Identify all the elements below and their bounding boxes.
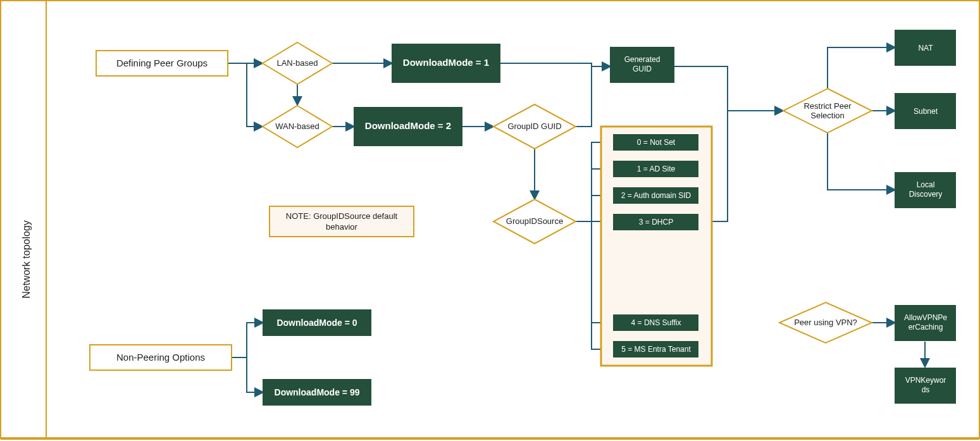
label-groupid-guid: GroupID GUID [507,121,561,131]
label-note-1: NOTE: GroupIDSource default [286,211,398,221]
conn-bus-restrict [707,111,783,221]
conn-dm1-bus [500,63,592,66]
label-dm99: DownloadMode = 99 [275,387,360,397]
conn-groupid-generated [576,66,611,127]
label-subnet: Subnet [914,107,938,116]
label-groupidsource: GroupIDSource [506,216,563,226]
label-opt2: 2 = Auth domain SID [621,191,692,200]
conn-nonpeer-dm99 [247,357,263,392]
label-note-2: behavior [326,222,358,232]
label-restrict-1: Restrict Peer [803,101,852,111]
label-non-peering: Non-Peering Options [116,352,205,363]
label-opt4: 4 = DNS Suffix [631,318,681,327]
label-defining-peer-groups: Defining Peer Groups [116,58,208,68]
conn-nonpeer-dm0 [232,323,263,357]
label-wan-based: WAN-based [275,121,319,131]
label-opt5: 5 = MS Entra Tenant [621,345,691,354]
label-dm1: DownloadMode = 1 [403,57,489,68]
label-peer-vpn: Peer using VPN? [794,318,857,327]
diagram-canvas: Network topology [0,0,980,441]
label-opt1: 1 = AD Site [637,165,676,173]
conn-generated-bus [674,66,728,111]
label-dm0: DownloadMode = 0 [276,318,357,328]
label-allow-vpn-2: erCaching [909,323,943,332]
label-nat: NAT [918,44,933,53]
label-dm2: DownloadMode = 2 [365,120,451,131]
label-opt0: 0 = Not Set [637,138,676,147]
conn-restrict-nat [828,47,895,89]
label-generated-guid-1: Generated [624,55,661,64]
label-opt3: 3 = DHCP [639,218,673,227]
label-lan-based: LAN-based [276,58,318,68]
label-generated-guid-2: GUID [633,65,652,73]
label-local-1: Local [917,180,935,189]
label-local-2: Discovery [909,190,943,199]
conn-defining-wan [247,63,263,127]
label-vpn-kw-2: ds [922,385,930,394]
side-title: Network topology [21,220,32,299]
conn-restrict-local [828,133,895,190]
label-vpn-kw-1: VPNKeywor [905,376,946,385]
label-restrict-2: Selection [810,111,844,120]
label-allow-vpn-1: AllowVPNPe [904,313,947,322]
